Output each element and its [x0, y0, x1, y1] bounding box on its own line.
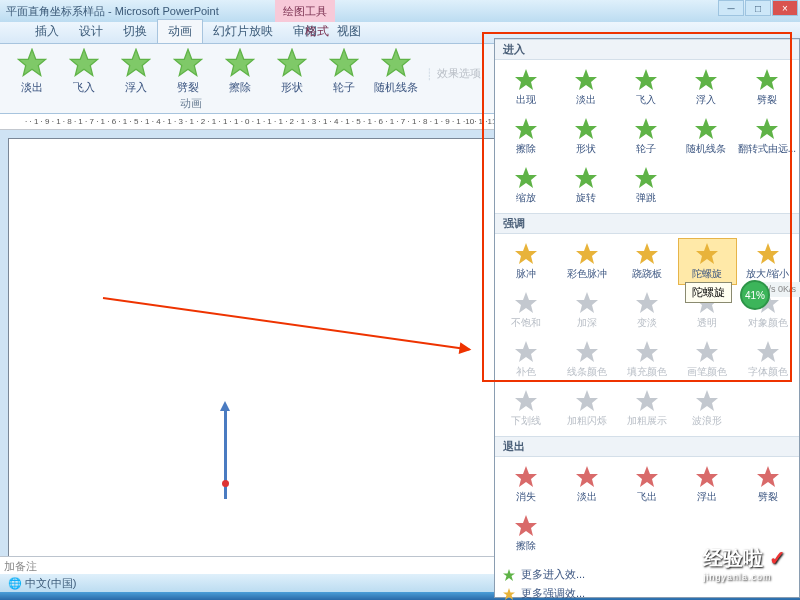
star-icon	[575, 291, 599, 315]
gallery-more[interactable]: ┊	[426, 68, 433, 81]
ribbon-anim-2[interactable]: 浮入	[110, 48, 162, 95]
star-icon	[635, 242, 659, 266]
svg-marker-34	[515, 341, 537, 362]
title-bar: 平面直角坐标系样品 - Microsoft PowerPoint 绘图工具 ─ …	[0, 0, 800, 22]
tab-animation[interactable]: 动画	[157, 19, 203, 43]
star-icon	[634, 166, 658, 190]
star-icon	[514, 465, 538, 489]
svg-marker-29	[515, 292, 537, 313]
anim-item: 画笔颜色	[678, 336, 736, 383]
anim-item[interactable]: 劈裂	[737, 64, 797, 111]
star-icon	[514, 68, 538, 92]
anim-item: 下划线	[497, 385, 555, 432]
anim-item[interactable]: 轮子	[617, 113, 675, 160]
svg-marker-49	[503, 569, 515, 581]
svg-marker-31	[636, 292, 658, 313]
anim-item: 加粗闪烁	[557, 385, 615, 432]
section-entrance: 进入	[495, 39, 799, 60]
ribbon-anim-5[interactable]: 形状	[266, 48, 318, 95]
anim-item[interactable]: 彩色脉冲	[557, 238, 615, 285]
svg-marker-21	[515, 167, 537, 188]
anim-item: 变淡	[618, 287, 676, 334]
anim-item[interactable]: 浮出	[678, 461, 736, 508]
anim-item[interactable]: 出现	[497, 64, 555, 111]
svg-marker-40	[576, 390, 598, 411]
svg-marker-26	[636, 243, 658, 264]
star-icon	[173, 48, 203, 78]
effect-options[interactable]: 效果选项	[437, 66, 481, 81]
blue-arrow-shape[interactable]	[224, 409, 227, 499]
star-icon	[574, 117, 598, 141]
tab-slideshow[interactable]: 幻灯片放映	[203, 20, 283, 43]
tab-transition[interactable]: 切换	[113, 20, 157, 43]
language-indicator[interactable]: 🌐 中文(中国)	[8, 576, 76, 591]
svg-marker-4	[226, 49, 254, 75]
section-exit: 退出	[495, 436, 799, 457]
maximize-button[interactable]: □	[745, 0, 771, 16]
anim-item[interactable]: 随机线条	[677, 113, 735, 160]
tooltip: 陀螺旋	[685, 282, 732, 303]
star-icon	[756, 465, 780, 489]
anim-item[interactable]: 放大/缩小	[739, 238, 797, 285]
anim-item[interactable]: 形状	[557, 113, 615, 160]
anim-item[interactable]: 劈裂	[739, 461, 797, 508]
svg-marker-15	[756, 69, 778, 90]
star-icon	[695, 242, 719, 266]
svg-marker-19	[695, 118, 717, 139]
anim-item[interactable]: 飞入	[617, 64, 675, 111]
anim-item[interactable]: 擦除	[497, 510, 555, 557]
star-icon	[574, 68, 598, 92]
ribbon-anim-3[interactable]: 劈裂	[162, 48, 214, 95]
anim-item: 字体颜色	[739, 336, 797, 383]
star-icon	[635, 465, 659, 489]
anim-item[interactable]: 擦除	[497, 113, 555, 160]
star-icon	[634, 117, 658, 141]
svg-marker-1	[70, 49, 98, 75]
rotation-handle[interactable]	[222, 480, 229, 487]
anim-item[interactable]: 跷跷板	[618, 238, 676, 285]
ribbon-anim-1[interactable]: 飞入	[58, 48, 110, 95]
star-icon	[69, 48, 99, 78]
tab-format[interactable]: 格式	[295, 20, 339, 43]
window-title: 平面直角坐标系样品 - Microsoft PowerPoint	[6, 4, 219, 19]
svg-marker-18	[635, 118, 657, 139]
anim-item[interactable]: 消失	[497, 461, 555, 508]
anim-item: 不饱和	[497, 287, 555, 334]
anim-item[interactable]: 淡出	[557, 64, 615, 111]
anim-item[interactable]: 浮入	[677, 64, 735, 111]
svg-marker-39	[515, 390, 537, 411]
star-icon	[694, 68, 718, 92]
anim-item[interactable]: 缩放	[497, 162, 555, 209]
context-tool-tab: 绘图工具	[275, 0, 335, 22]
anim-item: 加深	[557, 287, 615, 334]
star-icon	[329, 48, 359, 78]
tab-design[interactable]: 设计	[69, 20, 113, 43]
anim-item[interactable]: 陀螺旋	[678, 238, 736, 285]
svg-marker-41	[636, 390, 658, 411]
minimize-button[interactable]: ─	[718, 0, 744, 16]
svg-marker-44	[576, 466, 598, 487]
star-icon	[574, 166, 598, 190]
anim-item[interactable]: 飞出	[618, 461, 676, 508]
anim-item[interactable]: 脉冲	[497, 238, 555, 285]
star-icon	[225, 48, 255, 78]
close-button[interactable]: ×	[772, 0, 798, 16]
svg-marker-5	[278, 49, 306, 75]
star-icon	[635, 389, 659, 413]
ribbon-anim-0[interactable]: 淡出	[6, 48, 58, 95]
more-emphasis[interactable]: 更多强调效...	[503, 584, 791, 600]
svg-marker-13	[635, 69, 657, 90]
anim-item[interactable]: 旋转	[557, 162, 615, 209]
ribbon-anim-7[interactable]: 随机线条	[370, 48, 422, 95]
ribbon-anim-6[interactable]: 轮子	[318, 48, 370, 95]
anim-item[interactable]: 淡出	[557, 461, 615, 508]
star-icon	[575, 340, 599, 364]
svg-marker-3	[174, 49, 202, 75]
svg-marker-30	[576, 292, 598, 313]
ribbon-anim-4[interactable]: 擦除	[214, 48, 266, 95]
anim-item[interactable]: 弹跳	[617, 162, 675, 209]
anim-item[interactable]: 翻转式由远...	[737, 113, 797, 160]
star-icon	[635, 291, 659, 315]
star-icon	[514, 291, 538, 315]
tab-insert[interactable]: 插入	[25, 20, 69, 43]
